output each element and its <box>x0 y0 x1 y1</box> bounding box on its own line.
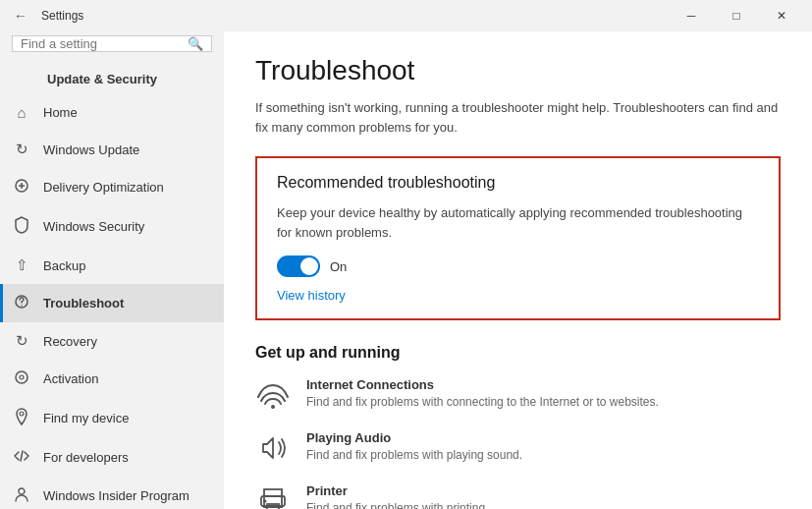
internet-connections-desc: Find and fix problems with connecting to… <box>306 394 659 411</box>
playing-audio-icon <box>255 430 291 466</box>
sidebar-item-label: Home <box>43 105 78 120</box>
title-bar-left: ← Settings <box>8 4 83 28</box>
back-icon[interactable]: ← <box>8 4 33 28</box>
playing-audio-title: Playing Audio <box>306 430 522 445</box>
sidebar-item-home[interactable]: ⌂ Home <box>0 94 224 131</box>
troubleshoot-item-audio[interactable]: Playing Audio Find and fix problems with… <box>255 430 781 466</box>
toggle-label: On <box>330 259 347 274</box>
playing-audio-text: Playing Audio Find and fix problems with… <box>306 430 522 464</box>
home-icon: ⌂ <box>12 104 31 121</box>
sidebar-item-label: Delivery Optimization <box>43 180 164 195</box>
sidebar-item-for-developers[interactable]: For developers <box>0 438 224 477</box>
windows-update-icon: ↻ <box>12 141 31 158</box>
internet-connections-title: Internet Connections <box>306 377 659 392</box>
minimize-button[interactable]: ─ <box>669 0 714 31</box>
troubleshoot-icon <box>12 294 31 312</box>
svg-point-3 <box>16 371 27 383</box>
activation-icon <box>12 369 31 388</box>
printer-icon <box>255 483 291 509</box>
sidebar-item-windows-insider[interactable]: Windows Insider Program <box>0 477 224 509</box>
app-body: 🔍 Update & Security ⌂ Home ↻ Windows Upd… <box>0 31 812 509</box>
sidebar-item-find-my-device[interactable]: Find my device <box>0 398 224 438</box>
sidebar-item-delivery-optimization[interactable]: Delivery Optimization <box>0 168 224 206</box>
sidebar-item-label: Troubleshoot <box>43 296 124 311</box>
svg-point-11 <box>264 500 267 503</box>
sidebar-item-label: Activation <box>43 371 98 386</box>
internet-connections-icon <box>255 377 291 413</box>
find-my-device-icon <box>12 408 31 428</box>
sidebar-item-label: Recovery <box>43 334 97 349</box>
sidebar-item-label: Windows Insider Program <box>43 488 189 503</box>
sidebar-item-activation[interactable]: Activation <box>0 360 224 398</box>
sidebar-item-windows-security[interactable]: Windows Security <box>0 206 224 247</box>
sidebar-item-label: Windows Security <box>43 219 144 234</box>
page-description: If something isn't working, running a tr… <box>255 98 781 137</box>
troubleshoot-item-internet[interactable]: Internet Connections Find and fix proble… <box>255 377 781 413</box>
printer-title: Printer <box>306 483 488 498</box>
recommended-toggle[interactable] <box>277 255 320 277</box>
svg-point-4 <box>20 375 24 379</box>
title-bar: ← Settings ─ □ ✕ <box>0 0 812 31</box>
recommended-troubleshooting-box: Recommended troubleshooting Keep your de… <box>255 156 781 320</box>
recommended-title: Recommended troubleshooting <box>277 174 759 192</box>
search-box[interactable]: 🔍 <box>12 35 212 52</box>
troubleshoot-item-printer[interactable]: Printer Find and fix problems with print… <box>255 483 781 509</box>
recommended-desc: Keep your device healthy by automaticall… <box>277 203 759 242</box>
maximize-button[interactable]: □ <box>714 0 759 31</box>
svg-point-6 <box>19 488 25 494</box>
windows-insider-icon <box>12 486 31 505</box>
playing-audio-desc: Find and fix problems with playing sound… <box>306 447 522 464</box>
developers-icon <box>12 448 31 467</box>
sidebar-section-title: Update & Security <box>0 64 224 94</box>
search-input[interactable] <box>21 36 188 51</box>
svg-point-2 <box>21 305 22 306</box>
get-up-running-title: Get up and running <box>255 344 781 362</box>
search-icon: 🔍 <box>188 36 203 51</box>
backup-icon: ⇧ <box>12 256 31 274</box>
sidebar-item-label: Find my device <box>43 411 129 425</box>
recovery-icon: ↻ <box>12 332 31 350</box>
svg-rect-8 <box>264 489 282 496</box>
printer-desc: Find and fix problems with printing. <box>306 500 488 509</box>
shield-icon <box>12 216 31 237</box>
svg-point-5 <box>20 412 24 416</box>
sidebar-item-label: Windows Update <box>43 142 139 157</box>
toggle-row: On <box>277 255 759 277</box>
main-content: Troubleshoot If something isn't working,… <box>224 31 812 509</box>
sidebar-item-troubleshoot[interactable]: Troubleshoot <box>0 284 224 322</box>
title-bar-controls: ─ □ ✕ <box>669 0 804 31</box>
page-title: Troubleshoot <box>255 55 781 86</box>
internet-connections-text: Internet Connections Find and fix proble… <box>306 377 659 411</box>
view-history-link[interactable]: View history <box>277 288 346 303</box>
delivery-optimization-icon <box>12 178 31 197</box>
printer-text: Printer Find and fix problems with print… <box>306 483 488 509</box>
sidebar-item-label: For developers <box>43 450 129 465</box>
sidebar-item-backup[interactable]: ⇧ Backup <box>0 247 224 284</box>
sidebar-item-recovery[interactable]: ↻ Recovery <box>0 322 224 360</box>
title-bar-title: Settings <box>41 9 83 23</box>
svg-point-7 <box>271 405 275 409</box>
sidebar-item-label: Backup <box>43 258 85 273</box>
sidebar: 🔍 Update & Security ⌂ Home ↻ Windows Upd… <box>0 31 224 509</box>
close-button[interactable]: ✕ <box>759 0 804 31</box>
sidebar-item-windows-update[interactable]: ↻ Windows Update <box>0 131 224 168</box>
